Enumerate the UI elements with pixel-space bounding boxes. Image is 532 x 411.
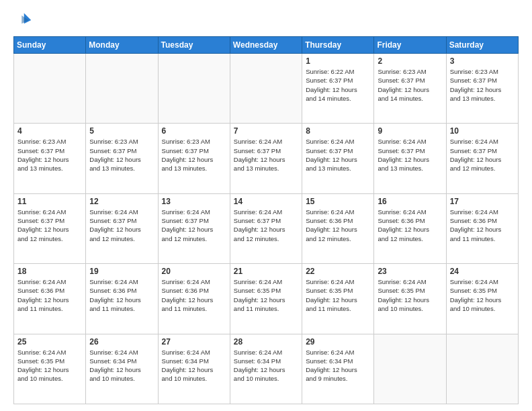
day-number: 21 xyxy=(234,267,298,276)
day-number: 27 xyxy=(162,337,226,347)
day-cell: 13Sunrise: 6:24 AM Sunset: 6:37 PM Dayli… xyxy=(158,193,230,263)
day-number: 20 xyxy=(162,267,226,276)
day-number: 13 xyxy=(162,197,226,206)
day-info: Sunrise: 6:24 AM Sunset: 6:34 PM Dayligh… xyxy=(306,348,370,383)
day-cell: 7Sunrise: 6:24 AM Sunset: 6:37 PM Daylig… xyxy=(230,124,302,193)
day-cell: 17Sunrise: 6:24 AM Sunset: 6:36 PM Dayli… xyxy=(446,193,518,263)
day-info: Sunrise: 6:24 AM Sunset: 6:37 PM Dayligh… xyxy=(17,208,82,243)
day-info: Sunrise: 6:24 AM Sunset: 6:37 PM Dayligh… xyxy=(450,137,515,173)
day-cell: 1Sunrise: 6:22 AM Sunset: 6:37 PM Daylig… xyxy=(302,54,374,124)
day-cell: 23Sunrise: 6:24 AM Sunset: 6:35 PM Dayli… xyxy=(374,264,446,334)
weekday-header-friday: Friday xyxy=(374,37,446,54)
day-info: Sunrise: 6:24 AM Sunset: 6:36 PM Dayligh… xyxy=(450,208,515,243)
day-info: Sunrise: 6:23 AM Sunset: 6:37 PM Dayligh… xyxy=(450,67,515,103)
day-info: Sunrise: 6:23 AM Sunset: 6:37 PM Dayligh… xyxy=(89,137,154,173)
day-number: 5 xyxy=(89,126,154,136)
day-info: Sunrise: 6:23 AM Sunset: 6:37 PM Dayligh… xyxy=(17,137,82,173)
day-info: Sunrise: 6:24 AM Sunset: 6:34 PM Dayligh… xyxy=(162,348,226,383)
day-info: Sunrise: 6:24 AM Sunset: 6:36 PM Dayligh… xyxy=(378,208,442,243)
week-row-2: 4Sunrise: 6:23 AM Sunset: 6:37 PM Daylig… xyxy=(14,124,519,193)
day-cell: 24Sunrise: 6:24 AM Sunset: 6:35 PM Dayli… xyxy=(446,264,518,334)
day-info: Sunrise: 6:24 AM Sunset: 6:35 PM Dayligh… xyxy=(234,277,298,313)
day-info: Sunrise: 6:24 AM Sunset: 6:36 PM Dayligh… xyxy=(306,208,370,243)
day-number: 3 xyxy=(450,56,515,66)
day-info: Sunrise: 6:24 AM Sunset: 6:35 PM Dayligh… xyxy=(450,277,515,313)
day-number: 17 xyxy=(450,197,515,206)
day-number: 29 xyxy=(306,337,370,347)
day-cell: 12Sunrise: 6:24 AM Sunset: 6:37 PM Dayli… xyxy=(86,193,158,263)
day-info: Sunrise: 6:22 AM Sunset: 6:37 PM Dayligh… xyxy=(306,67,370,103)
day-info: Sunrise: 6:24 AM Sunset: 6:35 PM Dayligh… xyxy=(17,348,82,383)
day-number: 24 xyxy=(450,267,515,276)
day-cell: 4Sunrise: 6:23 AM Sunset: 6:37 PM Daylig… xyxy=(14,124,86,193)
day-cell: 5Sunrise: 6:23 AM Sunset: 6:37 PM Daylig… xyxy=(86,124,158,193)
day-cell: 2Sunrise: 6:23 AM Sunset: 6:37 PM Daylig… xyxy=(374,54,446,124)
week-row-4: 18Sunrise: 6:24 AM Sunset: 6:36 PM Dayli… xyxy=(14,264,519,334)
day-number: 23 xyxy=(378,267,442,276)
day-cell: 19Sunrise: 6:24 AM Sunset: 6:36 PM Dayli… xyxy=(86,264,158,334)
day-cell: 16Sunrise: 6:24 AM Sunset: 6:36 PM Dayli… xyxy=(374,193,446,263)
day-number: 14 xyxy=(234,197,298,206)
weekday-header-thursday: Thursday xyxy=(302,37,374,54)
day-cell: 22Sunrise: 6:24 AM Sunset: 6:35 PM Dayli… xyxy=(302,264,374,334)
weekday-header-row: SundayMondayTuesdayWednesdayThursdayFrid… xyxy=(14,37,519,54)
day-number: 11 xyxy=(17,197,82,206)
weekday-header-sunday: Sunday xyxy=(14,37,86,54)
day-info: Sunrise: 6:24 AM Sunset: 6:35 PM Dayligh… xyxy=(378,277,442,313)
day-cell: 15Sunrise: 6:24 AM Sunset: 6:36 PM Dayli… xyxy=(302,193,374,263)
day-number: 6 xyxy=(162,126,226,136)
day-info: Sunrise: 6:24 AM Sunset: 6:37 PM Dayligh… xyxy=(378,137,442,173)
day-number: 18 xyxy=(17,267,82,276)
day-info: Sunrise: 6:24 AM Sunset: 6:34 PM Dayligh… xyxy=(234,348,298,383)
logo xyxy=(13,11,35,30)
day-cell xyxy=(86,54,158,124)
day-number: 4 xyxy=(17,126,82,136)
day-info: Sunrise: 6:24 AM Sunset: 6:36 PM Dayligh… xyxy=(162,277,226,313)
weekday-header-monday: Monday xyxy=(86,37,158,54)
day-cell: 21Sunrise: 6:24 AM Sunset: 6:35 PM Dayli… xyxy=(230,264,302,334)
day-number: 8 xyxy=(306,126,370,136)
weekday-header-saturday: Saturday xyxy=(446,37,518,54)
day-cell: 11Sunrise: 6:24 AM Sunset: 6:37 PM Dayli… xyxy=(14,193,86,263)
day-cell: 8Sunrise: 6:24 AM Sunset: 6:37 PM Daylig… xyxy=(302,124,374,193)
day-cell: 26Sunrise: 6:24 AM Sunset: 6:34 PM Dayli… xyxy=(86,334,158,404)
day-cell: 18Sunrise: 6:24 AM Sunset: 6:36 PM Dayli… xyxy=(14,264,86,334)
day-cell xyxy=(158,54,230,124)
day-cell: 10Sunrise: 6:24 AM Sunset: 6:37 PM Dayli… xyxy=(446,124,518,193)
day-cell xyxy=(14,54,86,124)
week-row-5: 25Sunrise: 6:24 AM Sunset: 6:35 PM Dayli… xyxy=(14,334,519,404)
day-info: Sunrise: 6:24 AM Sunset: 6:37 PM Dayligh… xyxy=(234,208,298,243)
day-number: 22 xyxy=(306,267,370,276)
weekday-header-wednesday: Wednesday xyxy=(230,37,302,54)
day-info: Sunrise: 6:24 AM Sunset: 6:37 PM Dayligh… xyxy=(234,137,298,173)
day-number: 15 xyxy=(306,197,370,206)
day-number: 9 xyxy=(378,126,442,136)
day-info: Sunrise: 6:23 AM Sunset: 6:37 PM Dayligh… xyxy=(162,137,226,173)
day-cell: 25Sunrise: 6:24 AM Sunset: 6:35 PM Dayli… xyxy=(14,334,86,404)
day-number: 1 xyxy=(306,56,370,66)
header xyxy=(13,11,519,30)
day-info: Sunrise: 6:24 AM Sunset: 6:37 PM Dayligh… xyxy=(89,208,154,243)
day-info: Sunrise: 6:24 AM Sunset: 6:34 PM Dayligh… xyxy=(89,348,154,383)
day-number: 26 xyxy=(89,337,154,347)
day-cell: 29Sunrise: 6:24 AM Sunset: 6:34 PM Dayli… xyxy=(302,334,374,404)
day-info: Sunrise: 6:24 AM Sunset: 6:37 PM Dayligh… xyxy=(162,208,226,243)
day-number: 28 xyxy=(234,337,298,347)
day-info: Sunrise: 6:24 AM Sunset: 6:36 PM Dayligh… xyxy=(17,277,82,313)
day-info: Sunrise: 6:23 AM Sunset: 6:37 PM Dayligh… xyxy=(378,67,442,103)
day-number: 25 xyxy=(17,337,82,347)
week-row-3: 11Sunrise: 6:24 AM Sunset: 6:37 PM Dayli… xyxy=(14,193,519,263)
day-cell: 28Sunrise: 6:24 AM Sunset: 6:34 PM Dayli… xyxy=(230,334,302,404)
day-number: 19 xyxy=(89,267,154,276)
day-cell xyxy=(230,54,302,124)
day-number: 12 xyxy=(89,197,154,206)
day-info: Sunrise: 6:24 AM Sunset: 6:36 PM Dayligh… xyxy=(89,277,154,313)
calendar-table: SundayMondayTuesdayWednesdayThursdayFrid… xyxy=(13,36,519,404)
logo-icon xyxy=(13,11,32,30)
weekday-header-tuesday: Tuesday xyxy=(158,37,230,54)
day-cell: 27Sunrise: 6:24 AM Sunset: 6:34 PM Dayli… xyxy=(158,334,230,404)
day-cell: 20Sunrise: 6:24 AM Sunset: 6:36 PM Dayli… xyxy=(158,264,230,334)
day-cell xyxy=(374,334,446,404)
day-number: 7 xyxy=(234,126,298,136)
day-number: 16 xyxy=(378,197,442,206)
